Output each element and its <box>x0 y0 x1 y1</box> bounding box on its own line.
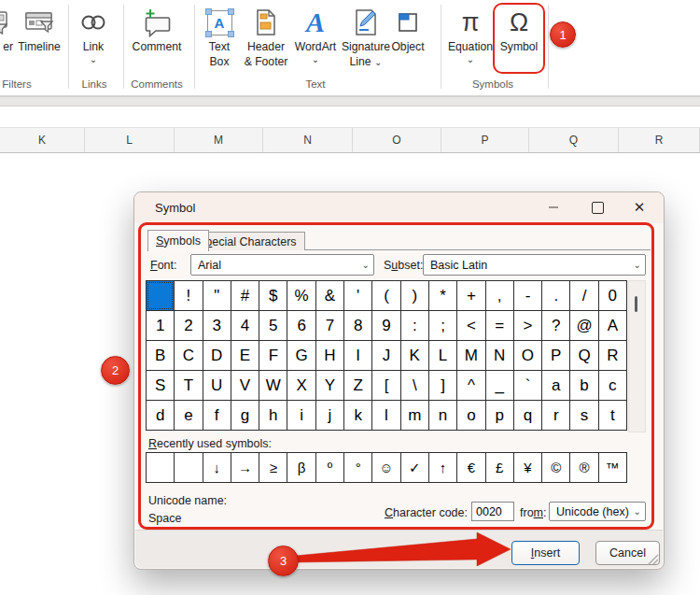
recent-symbol-cell[interactable]: → <box>231 453 259 482</box>
symbol-cell[interactable]: $ <box>259 281 287 310</box>
symbol-cell[interactable]: f <box>203 401 231 430</box>
symbol-cell[interactable]: G <box>287 341 315 370</box>
column-header[interactable]: M <box>175 128 263 152</box>
symbol-cell[interactable]: c <box>599 371 626 400</box>
symbol-cell[interactable]: b <box>570 371 597 400</box>
subset-dropdown[interactable]: Basic Latin ⌄ <box>423 254 646 276</box>
symbol-cell[interactable]: 3 <box>203 311 231 340</box>
symbol-cell[interactable]: q <box>514 401 541 430</box>
symbol-cell[interactable]: _ <box>486 371 513 400</box>
symbol-cell[interactable]: ) <box>401 281 428 310</box>
symbol-cell[interactable]: @ <box>570 311 597 340</box>
symbol-cell[interactable]: 5 <box>259 311 287 340</box>
recent-symbol-cell[interactable]: ↑ <box>429 453 456 482</box>
symbol-cell[interactable]: n <box>429 401 456 430</box>
symbol-cell[interactable]: Y <box>316 371 343 400</box>
recent-symbol-cell[interactable]: ™ <box>599 453 626 482</box>
scrollbar-thumb[interactable] <box>635 296 637 312</box>
symbol-cell[interactable]: " <box>203 281 231 310</box>
symbol-cell[interactable]: L <box>429 341 456 370</box>
column-header[interactable]: L <box>85 128 175 152</box>
symbol-cell[interactable]: m <box>401 401 428 430</box>
comment-button[interactable]: Comment <box>129 6 185 54</box>
symbol-cell[interactable]: B <box>147 341 174 370</box>
recent-symbol-cell[interactable]: ↓ <box>203 453 231 482</box>
symbol-cell[interactable]: 4 <box>231 311 259 340</box>
symbol-cell[interactable]: : <box>401 311 428 340</box>
tab-symbols[interactable]: Symbols <box>147 230 209 251</box>
symbol-cell[interactable]: M <box>457 341 484 370</box>
symbol-cell[interactable]: I <box>344 341 371 370</box>
symbol-cell[interactable]: k <box>344 401 371 430</box>
recent-symbol-cell[interactable]: ☺ <box>372 453 399 482</box>
recent-symbol-cell[interactable] <box>175 453 202 482</box>
symbol-cell[interactable]: # <box>231 281 259 310</box>
close-button[interactable]: ✕ <box>631 200 648 215</box>
symbol-cell[interactable]: E <box>231 341 259 370</box>
symbol-cell[interactable] <box>147 281 174 310</box>
grid-scrollbar[interactable] <box>628 280 646 432</box>
symbol-cell[interactable]: C <box>175 341 202 370</box>
symbol-cell[interactable]: * <box>429 281 456 310</box>
from-dropdown[interactable]: Unicode (hex) ⌄ <box>549 502 646 521</box>
header-footer-button[interactable]: Header & Footer <box>238 6 294 69</box>
link-button[interactable]: Link ⌄ <box>75 6 112 64</box>
symbol-cell[interactable]: & <box>316 281 343 310</box>
symbol-cell[interactable]: F <box>259 341 287 370</box>
dialog-title-bar[interactable]: Symbol ✕ <box>134 192 664 223</box>
recent-symbol-cell[interactable] <box>147 453 174 482</box>
recent-symbol-cell[interactable]: ✓ <box>401 453 428 482</box>
column-header[interactable]: R <box>619 128 700 152</box>
recent-symbol-cell[interactable]: º <box>316 453 343 482</box>
symbol-cell[interactable]: Z <box>344 371 371 400</box>
column-header[interactable]: Q <box>529 128 619 152</box>
symbol-cell[interactable]: a <box>542 371 569 400</box>
symbol-cell[interactable]: + <box>457 281 484 310</box>
symbol-cell[interactable]: r <box>542 401 569 430</box>
column-header[interactable]: K <box>0 128 85 152</box>
text-box-button[interactable]: A Text Box <box>196 6 243 69</box>
symbol-cell[interactable]: d <box>147 401 174 430</box>
symbol-cell[interactable]: / <box>570 281 597 310</box>
symbol-cell[interactable]: H <box>316 341 343 370</box>
column-header[interactable]: O <box>353 128 441 152</box>
slicer-button-partial[interactable]: er <box>0 6 13 54</box>
recent-symbol-cell[interactable]: β <box>287 453 315 482</box>
symbol-cell[interactable]: - <box>514 281 541 310</box>
symbol-cell[interactable]: h <box>259 401 287 430</box>
symbol-cell[interactable]: S <box>147 371 174 400</box>
symbol-cell[interactable]: A <box>599 311 626 340</box>
symbol-cell[interactable]: ' <box>344 281 371 310</box>
symbol-cell[interactable]: p <box>486 401 513 430</box>
symbol-cell[interactable]: l <box>372 401 399 430</box>
symbol-cell[interactable]: X <box>287 371 315 400</box>
symbol-cell[interactable]: 7 <box>316 311 343 340</box>
symbol-cell[interactable]: ] <box>429 371 456 400</box>
symbol-cell[interactable]: j <box>316 401 343 430</box>
symbol-cell[interactable]: 9 <box>372 311 399 340</box>
symbol-cell[interactable]: 6 <box>287 311 315 340</box>
symbol-cell[interactable]: ! <box>175 281 202 310</box>
recent-symbol-cell[interactable]: € <box>457 453 484 482</box>
equation-button[interactable]: π Equation ⌄ <box>446 6 495 64</box>
symbol-cell[interactable]: R <box>599 341 626 370</box>
symbol-cell[interactable]: O <box>514 341 541 370</box>
symbol-cell[interactable]: ^ <box>457 371 484 400</box>
symbol-cell[interactable]: J <box>372 341 399 370</box>
column-header[interactable]: N <box>263 128 353 152</box>
symbol-cell[interactable]: V <box>231 371 259 400</box>
symbol-cell[interactable]: . <box>542 281 569 310</box>
symbol-cell[interactable]: t <box>599 401 626 430</box>
symbol-cell[interactable]: i <box>287 401 315 430</box>
symbol-cell[interactable]: T <box>175 371 202 400</box>
symbol-cell[interactable]: o <box>457 401 484 430</box>
character-code-input[interactable] <box>471 502 514 521</box>
recent-symbol-cell[interactable]: ® <box>570 453 597 482</box>
symbol-cell[interactable]: 8 <box>344 311 371 340</box>
symbol-cell[interactable]: ( <box>372 281 399 310</box>
symbol-cell[interactable]: ` <box>514 371 541 400</box>
symbol-cell[interactable]: = <box>486 311 513 340</box>
recent-symbol-cell[interactable]: £ <box>486 453 513 482</box>
symbol-cell[interactable]: 2 <box>175 311 202 340</box>
font-dropdown[interactable]: Arial ⌄ <box>190 254 374 276</box>
